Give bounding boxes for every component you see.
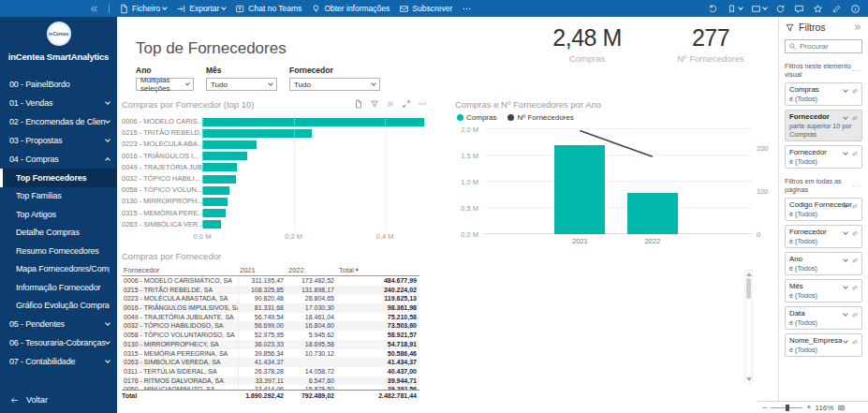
comment-button[interactable]: [794, 4, 804, 14]
toolbar-subscrever[interactable]: Subscrever: [399, 4, 452, 14]
table-row[interactable]: 0263 - SIMBÓLICA VEREDA, SA41.434,3741.4…: [122, 358, 419, 367]
edit-button[interactable]: [831, 4, 842, 14]
bar-datapoint[interactable]: [202, 220, 221, 229]
favorite-button[interactable]: [813, 4, 823, 14]
table-header-2022[interactable]: 2022: [287, 266, 337, 274]
legend-item-n-fornecedores[interactable]: Nº Fornecedores: [508, 113, 573, 122]
scroll-up-icon[interactable]: [746, 273, 752, 276]
more-options-button[interactable]: [462, 4, 472, 14]
eraser-icon[interactable]: [851, 229, 859, 237]
table-scrollbar[interactable]: [744, 270, 753, 384]
info-button[interactable]: [850, 4, 861, 14]
section-more-options-button[interactable]: ···: [852, 182, 862, 190]
sidebar-item-detalhe-compras[interactable]: Detalhe Compras: [0, 224, 117, 243]
kpi-fornecedores[interactable]: 277 Nº Fornecedores: [649, 24, 772, 64]
table-row[interactable]: 0130 - MIRRORPROPHECY, SA36.023,3318.695…: [122, 340, 419, 349]
table-row[interactable]: 0016 - TRIÂNGULOS IMPULSIVOS, SA81.331,6…: [122, 303, 419, 313]
toolbar-obter-informacoes[interactable]: Obter informações: [311, 4, 390, 14]
table-header-total[interactable]: Total▼: [337, 266, 419, 274]
sidebar-item-top-artigos[interactable]: Top Artigos: [0, 205, 117, 224]
zoom-out-button[interactable]: −: [762, 403, 767, 412]
table-row[interactable]: 0176 - RITMOS DALVORADA, SA33.397,116.54…: [122, 376, 419, 386]
eraser-icon[interactable]: [851, 150, 859, 157]
filter-card-codigo-fornecedor[interactable]: Codigo Fornecedoré (Todos): [785, 198, 862, 221]
scroll-down-icon[interactable]: [746, 377, 752, 381]
kpi-compras[interactable]: 2,48 M Compras: [525, 24, 649, 64]
combo-chart-visual[interactable]: Compras e Nº Fornecedores por Ano Compra…: [455, 99, 776, 247]
undo-button[interactable]: [708, 4, 718, 14]
filter-search-input[interactable]: [800, 42, 859, 51]
sidebar-item-00-painelbordo[interactable]: 00 - PainelBordo: [0, 75, 117, 94]
refresh-button[interactable]: [775, 4, 786, 14]
eraser-icon[interactable]: [851, 114, 859, 122]
table-row[interactable]: 0315 - MEMÓRIA PEREGRINA, SA39.856,3410.…: [122, 349, 419, 359]
sidebar-item-resumo-fornecedores[interactable]: Resumo Fornecedores: [0, 242, 117, 260]
toolbar-exportar[interactable]: Exportar: [176, 4, 226, 14]
legend-item-compras[interactable]: Compras: [457, 113, 496, 122]
back-button[interactable]: Voltar: [0, 391, 117, 409]
focus-mode-button[interactable]: [402, 99, 411, 109]
slicer-mes-dropdown[interactable]: Tudo: [206, 78, 277, 91]
bar-datapoint[interactable]: [202, 152, 247, 160]
filter-card-fornecedor[interactable]: Fornecedoré (Todos): [785, 145, 862, 169]
slicer-ano-dropdown[interactable]: Múltiplas seleções: [136, 78, 194, 91]
zoom-slider[interactable]: [771, 407, 802, 408]
bar-datapoint[interactable]: [202, 209, 226, 217]
sidebar-item-04-compras[interactable]: 04 - Compras: [0, 150, 117, 169]
bar-datapoint[interactable]: [202, 198, 228, 206]
more-options-button[interactable]: [418, 99, 427, 109]
table-row[interactable]: 0006 - MODELO CARISMÁTICO, SA311.195,471…: [122, 276, 419, 286]
sidebar-item-07-contabilidade[interactable]: 07 - Contabilidade: [0, 352, 117, 371]
filter-card-compras[interactable]: Comprasé (Todos): [785, 82, 862, 106]
sidebar-item-top-fornecedores[interactable]: Top Fornecedores: [0, 169, 117, 187]
filters-applied-button[interactable]: [370, 99, 379, 109]
bookmark-button[interactable]: [727, 4, 743, 14]
bar-datapoint[interactable]: [202, 129, 312, 138]
toolbar-ficheiro[interactable]: Ficheiro: [119, 4, 167, 14]
sidebar-item-06-tesouraria-cobrancas[interactable]: 06 - Tesouraria-Cobranças: [0, 333, 117, 352]
table-row[interactable]: 0050 - MINÚCIAOMINUTO, SA23.414,0615.878…: [122, 385, 419, 390]
slicer-fornecedor-dropdown[interactable]: Tudo: [289, 78, 380, 91]
table-row[interactable]: 0311 - TERTÚLIA SIDERAL, SA26.378,2814.0…: [122, 367, 419, 376]
table-header-fornecedor[interactable]: Fornecedor: [122, 266, 238, 274]
section-more-options-button[interactable]: ···: [852, 66, 862, 75]
filter-card-nome-empresa[interactable]: Nome_Empresaé (Todos): [785, 333, 862, 357]
bar-datapoint[interactable]: [202, 175, 236, 184]
table-row[interactable]: 0032 - TÓPICO HABILIDOSO, SA56.699,0016.…: [122, 321, 419, 331]
filter-card-fornecedor[interactable]: Fornecedoré (Todos): [785, 225, 862, 248]
view-button[interactable]: [751, 4, 767, 14]
fit-to-page-button[interactable]: [837, 404, 846, 412]
filter-card-ano[interactable]: Anoé (Todos): [785, 252, 862, 275]
table-row[interactable]: 0223 - MOLÉCULA ABASTADA, SA90.820,4828.…: [122, 294, 419, 303]
bar-datapoint[interactable]: [202, 163, 237, 171]
bar-datapoint[interactable]: [202, 140, 257, 149]
eraser-icon[interactable]: [851, 311, 859, 318]
eraser-icon[interactable]: [851, 284, 859, 291]
sidebar-item-mapa-fornecedores-compras[interactable]: Mapa Fornecedores/Compras: [0, 260, 117, 279]
filter-card-fornecedor[interactable]: Fornecedorparte superior 10 por Compras: [785, 110, 862, 141]
bar-datapoint[interactable]: [202, 186, 229, 195]
table-row[interactable]: 0215 - TRITÃO REBELDE, SA108.325,85131.8…: [122, 286, 419, 295]
zoom-in-button[interactable]: +: [806, 403, 811, 412]
sidebar-item-informacao-fornecedor[interactable]: Informação Fornecedor: [0, 278, 117, 297]
table-header-2021[interactable]: 2021: [238, 266, 287, 274]
sidebar-item-02-encomendas-de-clientes[interactable]: 02 - Encomendas de Clientes: [0, 112, 117, 131]
filter-card-data[interactable]: Dataé (Todos): [785, 306, 862, 330]
eraser-icon[interactable]: [851, 338, 859, 346]
sidebar-item-grafico-evolucao-compras[interactable]: Gráfico Evolução Compras: [0, 297, 117, 316]
collapse-filters-button[interactable]: [853, 22, 862, 32]
eraser-icon[interactable]: [851, 257, 859, 264]
bar-datapoint[interactable]: [202, 118, 424, 126]
toolbar-chat-no-teams[interactable]: Chat no Teams: [235, 4, 302, 14]
sidebar-item-01-vendas[interactable]: 01 - Vendas: [0, 94, 117, 112]
bar-chart-visual[interactable]: Compras por Fornecedor (top 10) 0006 - M…: [122, 99, 431, 247]
sidebar-item-03-propostas[interactable]: 03 - Propostas: [0, 131, 117, 150]
filter-card-mes[interactable]: Mêsé (Todos): [785, 279, 862, 302]
sidebar-item-05-pendentes[interactable]: 05 - Pendentes: [0, 315, 117, 333]
eraser-icon[interactable]: [851, 202, 859, 210]
table-row[interactable]: 0049 - TRAJETÓRIA JUBILANTE, SA56.749,54…: [122, 313, 419, 322]
show-as-table-button[interactable]: [386, 99, 395, 109]
table-row[interactable]: 0058 - TÓPICO VOLUNTARIOSO, SA52.975,955…: [122, 331, 419, 340]
collapse-menu-button[interactable]: [89, 4, 99, 14]
zoom-slider-thumb[interactable]: [786, 405, 789, 411]
